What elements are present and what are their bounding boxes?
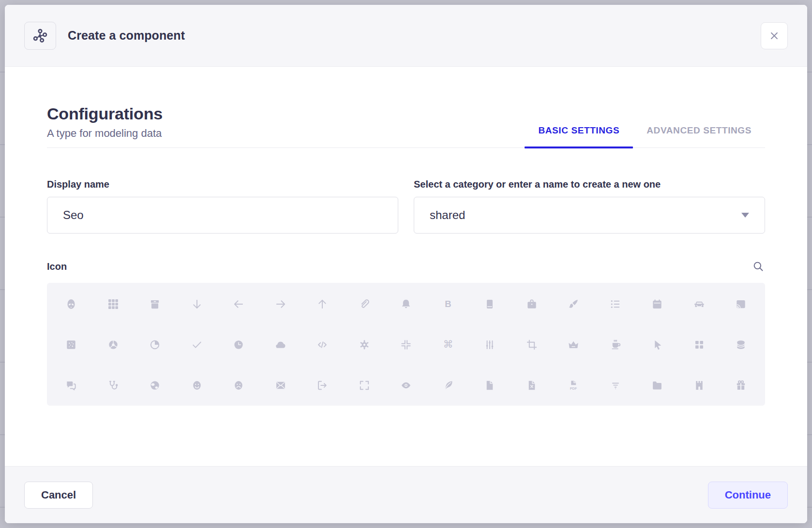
cancel-button[interactable]: Cancel: [24, 482, 93, 509]
discuss-icon[interactable]: [64, 379, 78, 392]
section-header: Configurations A type for modeling data …: [47, 104, 765, 148]
search-icon: [752, 260, 765, 273]
cup-icon[interactable]: [609, 338, 622, 352]
doctor-icon[interactable]: [106, 379, 120, 392]
cursor-icon[interactable]: [650, 338, 664, 352]
section-subtitle: A type for modeling data: [47, 127, 163, 140]
clock-icon[interactable]: [232, 338, 245, 352]
display-name-input[interactable]: [47, 197, 398, 234]
icon-grid: [47, 283, 765, 406]
envelop-icon[interactable]: [274, 379, 287, 392]
icon-grid-row: [64, 297, 748, 311]
database-icon[interactable]: [734, 338, 748, 352]
exit-icon[interactable]: [316, 379, 329, 392]
file-icon[interactable]: [483, 379, 496, 392]
check-icon[interactable]: [190, 338, 204, 352]
chevron-down-icon: [741, 213, 749, 218]
command-icon[interactable]: [441, 338, 455, 352]
dashboard-icon[interactable]: [692, 338, 706, 352]
crop-icon[interactable]: [525, 338, 539, 352]
dialog-header: Create a component: [5, 5, 807, 67]
component-icon: [32, 28, 48, 44]
book-icon[interactable]: [483, 297, 496, 311]
icon-picker-label: Icon: [47, 261, 67, 272]
dialog-footer: Cancel Continue: [5, 466, 807, 523]
tab-basic-settings[interactable]: BASIC SETTINGS: [525, 125, 633, 147]
tab-advanced-settings[interactable]: ADVANCED SETTINGS: [633, 125, 765, 147]
icon-grid-row: [64, 379, 748, 392]
chart-bubble-icon[interactable]: [64, 338, 78, 352]
bell-icon[interactable]: [399, 297, 413, 311]
alien-icon[interactable]: [64, 297, 78, 311]
fort-icon[interactable]: [692, 379, 706, 392]
icon-picker-section: Icon: [47, 260, 765, 406]
close-button[interactable]: [761, 22, 788, 49]
emotion-happy-icon[interactable]: [190, 379, 204, 392]
cast-icon[interactable]: [734, 297, 748, 311]
settings-tabs: BASIC SETTINGS ADVANCED SETTINGS: [525, 125, 765, 147]
cloud-icon[interactable]: [274, 338, 287, 352]
dialog-title: Create a component: [68, 29, 185, 43]
brush-icon[interactable]: [567, 297, 580, 311]
create-component-dialog: Create a component Configurations A type…: [5, 5, 807, 523]
icon-grid-row: [64, 338, 748, 352]
briefcase-icon[interactable]: [525, 297, 539, 311]
car-icon[interactable]: [692, 297, 706, 311]
filter-icon[interactable]: [609, 379, 622, 392]
category-select[interactable]: shared: [414, 197, 765, 234]
crown-icon[interactable]: [567, 338, 580, 352]
bold-icon[interactable]: [441, 297, 455, 311]
file-error-icon[interactable]: [525, 379, 539, 392]
category-label: Select a category or enter a name to cre…: [414, 179, 765, 190]
section-title: Configurations: [47, 104, 163, 123]
expand-icon[interactable]: [358, 379, 371, 392]
cog-icon[interactable]: [358, 338, 371, 352]
attachment-icon[interactable]: [358, 297, 371, 311]
arrow-left-icon[interactable]: [232, 297, 245, 311]
eye-icon[interactable]: [399, 379, 413, 392]
chart-pie-icon[interactable]: [148, 338, 162, 352]
gift-icon[interactable]: [734, 379, 748, 392]
display-name-label: Display name: [47, 179, 398, 190]
code-icon[interactable]: [316, 338, 329, 352]
component-icon-badge: [24, 22, 56, 50]
dialog-body: Configurations A type for modeling data …: [5, 104, 807, 406]
emotion-unhappy-icon[interactable]: [232, 379, 245, 392]
arrow-right-icon[interactable]: [274, 297, 287, 311]
sliders-icon[interactable]: [483, 338, 496, 352]
arrow-up-icon[interactable]: [316, 297, 329, 311]
category-select-value: shared: [430, 208, 465, 222]
continue-button[interactable]: Continue: [708, 482, 788, 509]
apps-icon[interactable]: [106, 297, 120, 311]
folder-icon[interactable]: [650, 379, 664, 392]
icon-search-button[interactable]: [752, 260, 765, 273]
feather-icon[interactable]: [441, 379, 455, 392]
close-icon: [768, 29, 781, 42]
arrow-down-icon[interactable]: [190, 297, 204, 311]
chart-circle-icon[interactable]: [106, 338, 120, 352]
calendar-icon[interactable]: [650, 297, 664, 311]
bullet-list-icon[interactable]: [609, 297, 622, 311]
archive-icon[interactable]: [148, 297, 162, 311]
file-pdf-icon[interactable]: [567, 379, 580, 392]
collapse-icon[interactable]: [399, 338, 413, 352]
form-row: Display name Select a category or enter …: [47, 179, 765, 234]
earth-icon[interactable]: [148, 379, 162, 392]
